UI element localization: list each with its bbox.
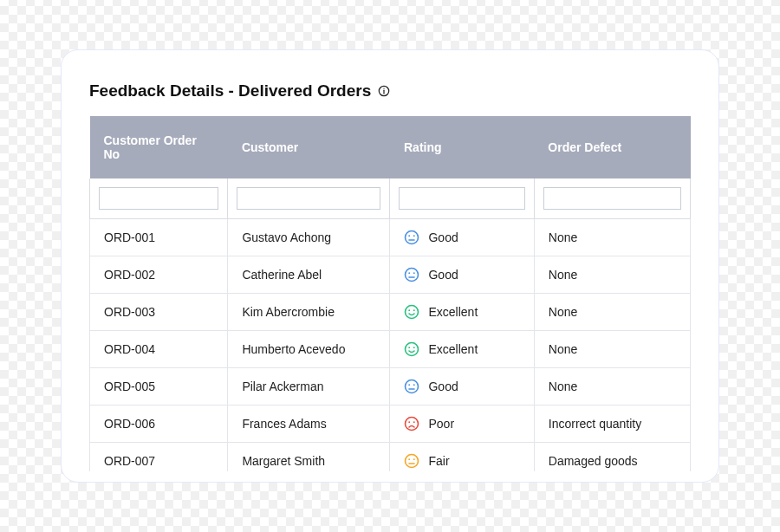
cell-defect: None — [534, 368, 690, 405]
cell-rating: Excellent — [390, 331, 534, 368]
table-row[interactable]: ORD-001Gustavo AchongGoodNone — [90, 219, 691, 256]
title-text: Feedback Details - Delivered Orders — [89, 81, 371, 101]
rating-face-icon — [404, 416, 419, 431]
svg-point-5 — [413, 235, 415, 237]
rating-label: Good — [428, 230, 458, 244]
filter-defect[interactable] — [543, 187, 681, 210]
svg-point-11 — [406, 306, 419, 319]
info-icon[interactable] — [378, 85, 390, 97]
table-row[interactable]: ORD-005Pilar AckermanGoodNone — [90, 368, 691, 405]
cell-customer: Humberto Acevedo — [228, 331, 390, 368]
filter-rating[interactable] — [399, 187, 524, 210]
svg-point-24 — [406, 455, 419, 468]
feedback-table: Customer Order No Customer Rating Order … — [89, 116, 691, 471]
svg-point-17 — [406, 380, 419, 393]
svg-point-8 — [409, 272, 411, 274]
rating-face-icon — [404, 341, 419, 357]
cell-customer: Catherine Abel — [228, 256, 390, 294]
cell-rating: Excellent — [390, 294, 534, 331]
svg-point-2 — [384, 88, 385, 88]
table-row[interactable]: ORD-006Frances AdamsPoorIncorrect quanti… — [90, 405, 691, 443]
table-container: Customer Order No Customer Rating Order … — [89, 116, 691, 471]
cell-rating: Good — [390, 368, 534, 405]
rating-face-icon — [404, 230, 419, 245]
svg-point-16 — [413, 347, 415, 348]
cell-order-no: ORD-004 — [90, 331, 228, 368]
table-row[interactable]: ORD-002Catherine AbelGoodNone — [90, 256, 691, 294]
card-title: Feedback Details - Delivered Orders — [89, 81, 691, 101]
rating-face-icon — [404, 304, 419, 320]
cell-customer: Pilar Ackerman — [228, 368, 390, 405]
table-body: ORD-001Gustavo AchongGoodNoneORD-002Cath… — [90, 178, 691, 471]
col-header-customer[interactable]: Customer — [228, 116, 390, 178]
col-header-order-no[interactable]: Customer Order No — [90, 116, 228, 178]
rating-face-icon — [404, 267, 419, 282]
col-header-defect[interactable]: Order Defect — [534, 116, 690, 178]
svg-point-9 — [413, 272, 415, 274]
svg-point-7 — [406, 269, 419, 282]
table-row[interactable]: ORD-004Humberto AcevedoExcellentNone — [90, 331, 691, 368]
filter-order-no[interactable] — [99, 187, 218, 210]
cell-customer: Kim Abercrombie — [228, 294, 390, 331]
col-header-rating[interactable]: Rating — [390, 116, 534, 178]
cell-rating: Poor — [390, 405, 534, 443]
cell-defect: Damaged goods — [534, 443, 690, 472]
svg-point-15 — [409, 347, 411, 348]
feedback-card: Feedback Details - Delivered Orders Cust… — [61, 49, 719, 483]
rating-label: Good — [428, 268, 458, 282]
cell-customer: Margaret Smith — [228, 443, 390, 472]
svg-point-26 — [413, 458, 415, 460]
cell-customer: Gustavo Achong — [228, 219, 390, 256]
svg-point-13 — [413, 309, 415, 311]
cell-order-no: ORD-001 — [90, 219, 228, 256]
filter-row — [90, 178, 691, 219]
rating-label: Fair — [428, 454, 449, 468]
svg-point-22 — [409, 421, 411, 423]
cell-rating: Good — [390, 219, 534, 256]
svg-point-21 — [406, 418, 419, 431]
cell-defect: None — [534, 331, 690, 368]
filter-customer[interactable] — [237, 187, 380, 210]
rating-label: Good — [428, 380, 458, 393]
cell-rating: Good — [390, 256, 534, 294]
cell-order-no: ORD-005 — [90, 368, 228, 405]
svg-point-18 — [409, 384, 411, 386]
table-row[interactable]: ORD-007Margaret SmithFairDamaged goods — [90, 443, 691, 472]
cell-order-no: ORD-007 — [90, 443, 228, 472]
rating-label: Excellent — [428, 342, 478, 356]
cell-defect: None — [534, 256, 690, 294]
rating-face-icon — [404, 453, 419, 469]
cell-order-no: ORD-003 — [90, 294, 228, 331]
cell-defect: None — [534, 219, 690, 256]
svg-point-23 — [413, 421, 415, 423]
rating-label: Excellent — [428, 305, 478, 319]
cell-rating: Fair — [390, 443, 534, 472]
header-row: Customer Order No Customer Rating Order … — [90, 116, 691, 178]
svg-point-4 — [409, 235, 411, 237]
rating-face-icon — [404, 379, 419, 394]
svg-point-25 — [409, 458, 411, 460]
cell-defect: Incorrect quantity — [534, 405, 690, 443]
rating-label: Poor — [428, 417, 454, 431]
svg-point-3 — [406, 231, 419, 244]
svg-point-19 — [413, 384, 415, 386]
cell-order-no: ORD-002 — [90, 256, 228, 294]
cell-defect: None — [534, 294, 690, 331]
table-row[interactable]: ORD-003Kim AbercrombieExcellentNone — [90, 294, 691, 331]
svg-point-14 — [406, 343, 419, 356]
svg-point-12 — [409, 309, 411, 311]
cell-order-no: ORD-006 — [90, 405, 228, 443]
cell-customer: Frances Adams — [228, 405, 390, 443]
